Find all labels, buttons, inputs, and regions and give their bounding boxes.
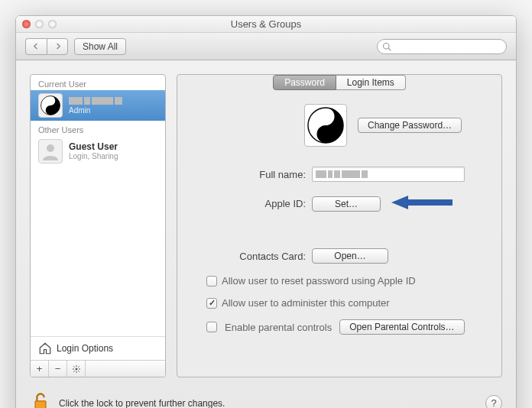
open-contacts-button[interactable]: Open… — [312, 248, 388, 264]
tab-login-items[interactable]: Login Items — [336, 75, 406, 90]
contacts-card-label: Contacts Card: — [191, 251, 306, 262]
svg-line-1 — [388, 48, 391, 50]
allow-admin-label: Allow user to administer this computer — [222, 297, 390, 309]
full-name-field[interactable] — [312, 167, 465, 182]
login-options-label: Login Options — [57, 343, 113, 354]
svg-point-3 — [49, 99, 51, 102]
yinyang-icon — [38, 93, 63, 118]
set-apple-id-button[interactable]: Set… — [312, 196, 381, 212]
house-icon — [38, 342, 52, 355]
titlebar: Users & Groups — [16, 16, 516, 33]
svg-point-4 — [49, 109, 51, 112]
zoom-icon[interactable] — [48, 20, 57, 28]
back-button[interactable] — [25, 38, 47, 55]
help-button[interactable]: ? — [485, 395, 502, 409]
svg-line-11 — [73, 366, 75, 368]
current-user-role: Admin — [69, 106, 122, 115]
guest-user-name: Guest User — [69, 141, 118, 152]
guest-avatar-icon — [38, 139, 63, 164]
allow-reset-label: Allow user to reset password using Apple… — [222, 275, 416, 287]
tabset: Password Login Items — [273, 75, 406, 90]
current-user-row[interactable]: Admin — [31, 90, 165, 121]
lock-button[interactable] — [30, 391, 51, 408]
footer: Click the lock to prevent further change… — [16, 391, 516, 408]
close-icon[interactable] — [22, 20, 31, 28]
parental-controls-label: Enable parental controls — [225, 322, 332, 333]
open-parental-controls-button[interactable]: Open Parental Controls… — [339, 319, 464, 335]
sidebar-footer: + − — [31, 360, 165, 377]
search-field[interactable] — [377, 39, 507, 54]
svg-line-12 — [78, 371, 79, 372]
svg-point-16 — [323, 115, 328, 119]
users-groups-window: Users & Groups Show All Current User — [15, 15, 517, 408]
svg-point-6 — [75, 368, 77, 370]
tab-password[interactable]: Password — [273, 75, 336, 90]
allow-reset-checkbox[interactable] — [206, 276, 217, 287]
users-sidebar: Current User Admin Other — [30, 74, 166, 377]
search-input[interactable] — [391, 41, 501, 52]
svg-line-13 — [73, 371, 75, 372]
other-users-header: Other Users — [31, 121, 165, 136]
traffic-lights — [22, 20, 57, 28]
gear-icon — [72, 364, 81, 374]
search-icon — [382, 42, 391, 51]
svg-point-5 — [47, 144, 54, 152]
add-user-button[interactable]: + — [31, 361, 49, 377]
svg-point-17 — [323, 132, 328, 137]
chevron-right-icon — [54, 43, 61, 50]
forward-button[interactable] — [47, 38, 68, 55]
current-user-name — [69, 96, 122, 106]
apple-id-label: Apple ID: — [191, 198, 306, 209]
current-user-header: Current User — [31, 75, 165, 90]
user-avatar-large[interactable] — [304, 104, 347, 147]
full-name-label: Full name: — [191, 169, 306, 180]
help-icon: ? — [491, 397, 496, 408]
lock-open-icon — [30, 391, 51, 408]
minimize-icon[interactable] — [35, 20, 44, 28]
remove-user-button[interactable]: − — [49, 361, 67, 377]
main-panel: Password Login Items Change Password… Fu… — [177, 74, 502, 377]
toolbar: Show All — [16, 33, 516, 60]
svg-rect-19 — [35, 401, 46, 408]
guest-user-row[interactable]: Guest User Login, Sharing — [31, 136, 165, 167]
action-menu-button[interactable] — [67, 361, 86, 377]
chevron-left-icon — [33, 43, 40, 50]
login-options-row[interactable]: Login Options — [31, 336, 165, 360]
show-all-button[interactable]: Show All — [74, 38, 126, 55]
guest-user-role: Login, Sharing — [69, 152, 118, 161]
svg-line-14 — [78, 366, 79, 368]
arrow-left-icon — [391, 194, 453, 211]
arrow-annotation — [391, 194, 453, 213]
svg-marker-18 — [391, 196, 453, 209]
lock-text: Click the lock to prevent further change… — [59, 398, 225, 409]
window-title: Users & Groups — [16, 18, 516, 30]
parental-controls-checkbox[interactable] — [206, 322, 217, 332]
change-password-button[interactable]: Change Password… — [358, 118, 462, 133]
yinyang-icon — [307, 107, 344, 144]
content-area: Current User Admin Other — [16, 60, 516, 391]
svg-point-0 — [384, 43, 390, 49]
allow-admin-checkbox[interactable] — [206, 298, 217, 309]
